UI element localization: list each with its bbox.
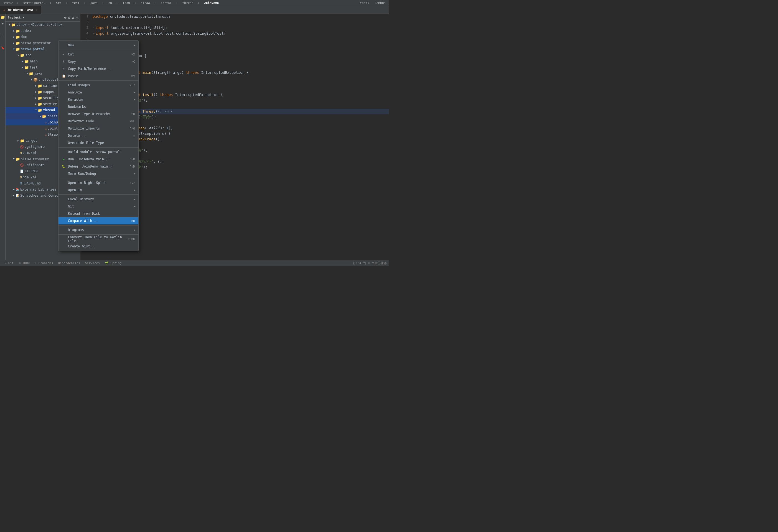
locate-icon[interactable]: ⊙ (68, 15, 70, 20)
menu-item-find-usages[interactable]: Find Usages ⌥F7 (59, 82, 138, 89)
menu-item-new[interactable]: New (59, 42, 138, 49)
menu-separator (59, 195, 138, 195)
line-content: ⤷import lombok.extern.slf4j.Slf4j; (91, 25, 389, 31)
menu-item-refactor[interactable]: Refactor (59, 96, 138, 103)
tree-doc[interactable]: ▶ 📁 doc (6, 34, 80, 40)
tree-label: service (43, 102, 57, 106)
tree-label: External Libraries (20, 187, 56, 192)
menu-separator (59, 178, 138, 178)
menu-label: New (68, 43, 74, 47)
java-file-icon: ☕ (3, 8, 5, 12)
line-col-info: 行:34 列:0 文章已保存 (353, 261, 387, 265)
bottom-tab-spring[interactable]: 🌱 Spring (102, 261, 124, 265)
line-number: 2 (80, 19, 91, 25)
code-line: 1 package cn.tedu.straw.portal.thread; (80, 14, 389, 19)
menu-item-open-right-split[interactable]: Open in Right Split ⇧⌥⏎ (59, 179, 138, 186)
line-number: 3 (80, 25, 91, 30)
commit-icon[interactable]: ● (1, 21, 5, 25)
menu-separator (59, 147, 138, 148)
menu-item-paste[interactable]: 📋 Paste ⌘V (59, 72, 138, 80)
menu-item-copy[interactable]: ⎘ Copy ⌘C (59, 58, 138, 65)
close-tab-icon[interactable]: ✕ (36, 8, 37, 11)
menu-label: Local History (68, 197, 94, 201)
bottom-tab-problems[interactable]: ⚠ Problems (32, 261, 55, 265)
menu-item-reformat[interactable]: Reformat Code ⌥⌘L (59, 118, 138, 125)
nav-joindemo[interactable]: JoinDemo (203, 1, 220, 5)
diagrams-icon (62, 228, 66, 232)
nav-thread[interactable]: thread (181, 1, 194, 5)
add-icon[interactable]: ⊕ (64, 15, 67, 20)
minimize-icon[interactable]: – (76, 15, 78, 20)
menu-item-diagrams[interactable]: Diagrams (59, 226, 138, 234)
menu-label: Optimize Imports (68, 127, 100, 130)
menu-label: Delete... (68, 134, 86, 138)
menu-label: Copy (68, 60, 76, 64)
nav-sep: › (50, 1, 52, 5)
bottom-tab-git[interactable]: ⑂ Git (2, 261, 16, 265)
line-number: 1 (80, 14, 91, 19)
menu-item-debug[interactable]: 🐛 Debug 'JoinDemo.main()' ^⇧D (59, 163, 138, 170)
paste-icon: 📋 (62, 74, 66, 78)
menu-item-local-history[interactable]: Local History (59, 196, 138, 203)
menu-item-reload-from-disk[interactable]: Reload from Disk (59, 210, 138, 217)
nav-test1[interactable]: test1 (359, 1, 370, 5)
menu-item-convert-kotlin[interactable]: Convert Java File to Kotlin File ⌥⇧⌘K (59, 235, 138, 243)
menu-label: Analyze (68, 90, 82, 94)
menu-label: Browse Type Hierarchy (68, 112, 110, 116)
bottom-tab-services[interactable]: Services (83, 261, 102, 265)
override-icon (62, 141, 66, 145)
nav-sep: › (17, 1, 19, 5)
nav-cn[interactable]: cn (107, 1, 113, 5)
nav-java[interactable]: java (89, 1, 99, 5)
bottom-tab-todo[interactable]: ☑ TODO (17, 261, 32, 265)
structure-icon[interactable]: S (1, 27, 5, 44)
menu-item-copy-path[interactable]: ⎘ Copy Path/Reference... (59, 65, 138, 72)
line-number: 4 (80, 31, 91, 36)
menu-item-override-file-type[interactable]: Override File Type (59, 139, 138, 146)
nav-straw2[interactable]: straw (140, 1, 151, 5)
menu-item-git[interactable]: Git (59, 203, 138, 210)
menu-item-cut[interactable]: ✂ Cut ⌘X (59, 51, 138, 58)
nav-test[interactable]: test (71, 1, 81, 5)
tree-root[interactable]: ▼ 📁 straw ~/Documents/straw (6, 22, 80, 28)
editor-tab-bar: ☕ JoinDemo.java ✕ (0, 6, 389, 14)
bottom-tab-dependencies[interactable]: Dependencies (56, 261, 82, 265)
nav-src[interactable]: src (55, 1, 63, 5)
menu-item-build-module[interactable]: Build Module 'straw-portal' (59, 148, 138, 156)
menu-item-browse-hierarchy[interactable]: Browse Type Hierarchy ^H (59, 110, 138, 118)
tree-label: pom.xml (23, 151, 37, 155)
bookmarks-menu-icon (62, 105, 66, 109)
menu-label: Run 'JoinDemo.main()' (68, 157, 110, 161)
kotlin-icon (62, 237, 66, 241)
optimize-icon (62, 127, 66, 130)
top-nav-bar: straw › straw-portal › src › test › java… (0, 0, 389, 6)
menu-item-open-in[interactable]: Open In (59, 186, 138, 194)
menu-item-analyze[interactable]: Analyze (59, 89, 138, 96)
project-icon[interactable]: 📁 (1, 15, 5, 19)
tab-joindemo[interactable]: ☕ JoinDemo.java ✕ (0, 6, 41, 14)
menu-item-run[interactable]: ▶ Run 'JoinDemo.main()' ^⇧R (59, 156, 138, 163)
menu-item-more-run[interactable]: More Run/Debug (59, 170, 138, 177)
nav-tedu[interactable]: tedu (122, 1, 131, 5)
tree-label: straw-portal (21, 47, 45, 51)
bookmarks-icon[interactable]: 🔖 (1, 46, 5, 50)
tree-idea[interactable]: ▶ 📁 .idea (6, 28, 80, 34)
nav-portal[interactable]: portal (159, 1, 173, 5)
tree-label: LICENSE (25, 169, 39, 173)
nav-straw-portal[interactable]: straw-portal (22, 1, 46, 5)
nav-lambda[interactable]: Lambda (374, 1, 387, 5)
menu-item-optimize-imports[interactable]: Optimize Imports ^⌥O (59, 125, 138, 132)
menu-item-delete[interactable]: Delete... ⌦ (59, 132, 138, 139)
nav-straw[interactable]: straw (2, 1, 14, 5)
reload-icon (62, 212, 66, 216)
menu-item-create-gist[interactable]: Create Gist... (59, 243, 138, 250)
menu-separator (59, 234, 138, 235)
menu-item-compare-with[interactable]: Compare With... ⌘D (59, 217, 138, 224)
project-label: Project ▾ (8, 16, 24, 19)
tree-label: main (30, 59, 38, 63)
menu-item-bookmarks[interactable]: Bookmarks (59, 103, 138, 110)
menu-label: Build Module 'straw-portal' (68, 150, 122, 154)
code-line: 4 ⤷import org.springframework.boot.test.… (80, 31, 389, 36)
copy-path-icon: ⎘ (62, 67, 66, 71)
settings-icon[interactable]: ⚙ (72, 15, 74, 20)
